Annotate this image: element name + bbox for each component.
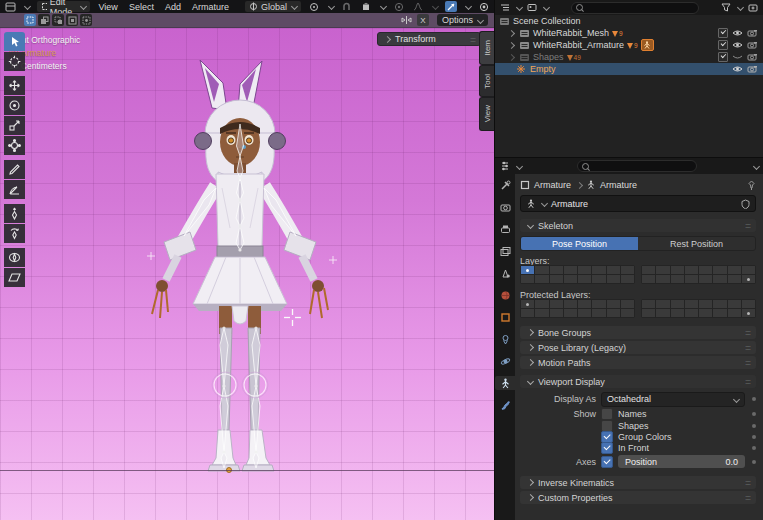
tool-measure[interactable] (4, 180, 25, 199)
section-pose-library[interactable]: Pose Library (Legacy):::: (520, 341, 756, 354)
new-collection-icon[interactable] (747, 2, 759, 13)
tab-constraints[interactable] (495, 332, 515, 346)
in-front-checkbox[interactable] (601, 442, 613, 454)
outliner-filter-chevron-icon[interactable] (737, 4, 744, 11)
proportional-editing-icon[interactable] (393, 1, 405, 12)
select-mode-subtract-icon[interactable] (52, 14, 64, 26)
animate-dot[interactable] (752, 424, 756, 428)
animate-dot[interactable] (752, 412, 756, 416)
disable-render-camera-icon[interactable] (747, 53, 758, 61)
animate-dot[interactable] (752, 446, 756, 450)
outliner-filter-id-chevron-icon[interactable] (543, 4, 550, 11)
expand-arrow-icon[interactable] (508, 53, 515, 60)
tool-move[interactable] (4, 76, 25, 95)
tab-render[interactable] (495, 200, 515, 214)
outliner-row-whiterabbit-mesh[interactable]: WhiteRabbit_Mesh 9 (495, 27, 763, 39)
display-as-dropdown[interactable]: Octahedral (601, 392, 745, 407)
pin-icon[interactable] (747, 180, 756, 190)
hide-viewport-eye-icon[interactable] (732, 65, 743, 73)
menu-view[interactable]: View (97, 2, 120, 12)
gizmo-toggle-icon[interactable] (445, 1, 457, 12)
tab-view-layer[interactable] (495, 244, 515, 258)
outliner-display-chevron-icon[interactable] (516, 4, 523, 11)
protected-grid-right[interactable] (641, 299, 756, 318)
editor-type-chevron-icon[interactable] (24, 3, 31, 10)
snap-target-icon[interactable] (360, 1, 372, 12)
npanel-tab-tool[interactable]: Tool (479, 65, 494, 97)
collection-checkbox[interactable] (718, 40, 728, 50)
tool-bone-envelope[interactable] (4, 248, 25, 267)
editor-type-icon[interactable] (4, 1, 16, 12)
breadcrumb-object[interactable]: Armature (534, 180, 571, 190)
expand-arrow-icon[interactable] (508, 41, 515, 48)
section-bone-groups[interactable]: Bone Groups:::: (520, 326, 756, 339)
falloff-curve-icon[interactable] (412, 1, 424, 12)
outliner-row-shapes[interactable]: Shapes 49 (495, 51, 763, 63)
tool-annotate[interactable] (4, 160, 25, 179)
group-colors-checkbox[interactable] (601, 431, 613, 443)
tab-tool[interactable] (495, 178, 515, 192)
menu-add[interactable]: Add (163, 2, 183, 12)
transform-panel-header[interactable]: Transform :::: (377, 32, 481, 46)
disable-render-camera-icon[interactable] (747, 65, 758, 73)
tool-cursor[interactable] (4, 52, 25, 71)
animate-dot[interactable] (752, 397, 756, 401)
select-mode-invert-icon[interactable] (66, 14, 78, 26)
outliner-row-whiterabbit-armature[interactable]: WhiteRabbit_Armature 9 (495, 39, 763, 51)
disable-render-camera-icon[interactable] (747, 41, 758, 49)
tool-shear[interactable] (4, 268, 25, 287)
axes-checkbox[interactable] (601, 456, 613, 468)
outliner-filter-id-icon[interactable] (526, 2, 538, 13)
shapes-checkbox[interactable] (601, 420, 613, 432)
rest-position-button[interactable]: Rest Position (638, 237, 755, 250)
tab-object-data-armature[interactable] (495, 376, 515, 390)
npanel-tab-item[interactable]: Item (479, 31, 494, 65)
animate-dot[interactable] (752, 460, 756, 464)
axes-position-slider[interactable]: Position 0.0 (618, 455, 745, 468)
outliner-display-mode-icon[interactable] (499, 2, 511, 13)
menu-armature[interactable]: Armature (190, 2, 231, 12)
character-model[interactable] (0, 28, 494, 520)
mode-dropdown[interactable]: Edit Mode (37, 1, 90, 12)
section-motion-paths[interactable]: Motion Paths:::: (520, 356, 756, 369)
expand-arrow-icon[interactable] (508, 29, 515, 36)
properties-editor-chevron-icon[interactable] (516, 162, 523, 169)
viewport-3d[interactable]: Front Orthographic (0) Armature 10 Centi… (0, 28, 494, 520)
animate-dot[interactable] (752, 435, 756, 439)
outliner-row-empty[interactable]: Empty (495, 63, 763, 75)
tab-scene[interactable] (495, 266, 515, 280)
properties-search-input[interactable] (577, 160, 697, 172)
hidden-eye-closed-icon[interactable] (732, 53, 743, 61)
layers-grid-left[interactable] (520, 265, 635, 284)
orientation-dropdown[interactable]: Global (245, 1, 301, 12)
properties-filter-chevron-icon[interactable] (753, 162, 760, 169)
section-viewport-display[interactable]: Viewport Display:::: (520, 375, 756, 388)
outliner-filter-icon[interactable] (720, 2, 732, 13)
x-axis-mirror-toggle[interactable]: X (417, 14, 429, 26)
select-mode-intersect-icon[interactable] (80, 14, 92, 26)
tool-roll[interactable] (4, 224, 25, 243)
fake-user-shield-icon[interactable] (741, 199, 750, 209)
tab-physics[interactable] (495, 354, 515, 368)
layers-grid-right[interactable] (641, 265, 756, 284)
menu-select[interactable]: Select (127, 2, 156, 12)
collection-checkbox[interactable] (718, 52, 728, 62)
snap-magnet-icon[interactable] (341, 1, 353, 12)
pivot-point-icon[interactable] (308, 1, 320, 12)
pose-position-button[interactable]: Pose Position (521, 237, 638, 250)
section-inverse-kinematics[interactable]: Inverse Kinematics:::: (520, 476, 756, 489)
tool-rotate[interactable] (4, 96, 25, 115)
npanel-tab-view[interactable]: View (479, 97, 494, 131)
tab-output[interactable] (495, 222, 515, 236)
select-mode-extend-icon[interactable] (38, 14, 50, 26)
breadcrumb-data[interactable]: Armature (600, 180, 637, 190)
falloff-chevron-icon[interactable] (432, 3, 439, 10)
data-name-field[interactable]: Armature (520, 195, 756, 212)
tab-object[interactable] (495, 310, 515, 324)
hide-viewport-eye-icon[interactable] (732, 41, 743, 49)
properties-editor-icon[interactable] (499, 161, 511, 172)
tab-bone[interactable] (495, 398, 515, 412)
outliner-search-input[interactable] (571, 2, 699, 14)
protected-grid-left[interactable] (520, 299, 635, 318)
hide-viewport-eye-icon[interactable] (732, 29, 743, 37)
